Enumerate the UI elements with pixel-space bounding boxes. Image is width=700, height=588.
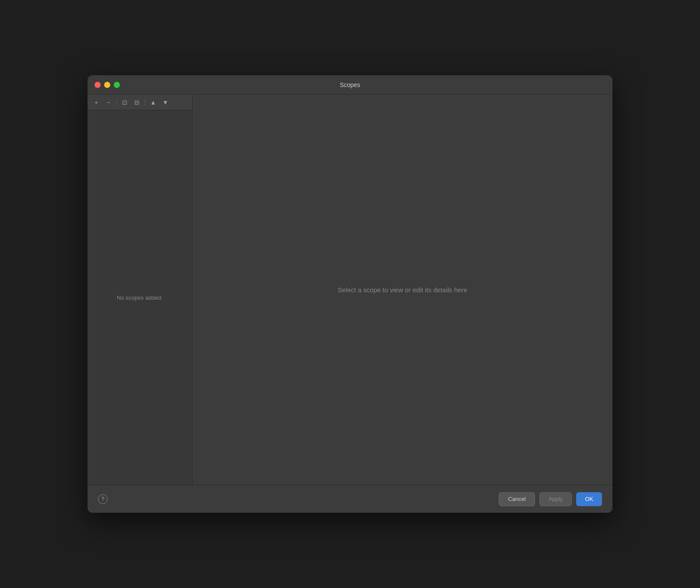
sidebar-content: No scopes added.	[88, 110, 192, 485]
footer-right: Cancel Apply OK	[499, 492, 602, 506]
help-button[interactable]: ?	[98, 494, 108, 504]
footer: ? Cancel Apply OK	[88, 485, 612, 513]
title-bar: Scopes	[88, 75, 612, 94]
cancel-button[interactable]: Cancel	[499, 492, 535, 506]
no-scopes-label: No scopes added.	[117, 294, 163, 301]
window-title: Scopes	[340, 81, 360, 88]
save-scope-button[interactable]: ⊟	[132, 97, 142, 108]
apply-button[interactable]: Apply	[539, 492, 572, 506]
maximize-button[interactable]	[114, 82, 120, 88]
main-panel: Select a scope to view or edit its detai…	[192, 94, 612, 485]
scope-placeholder-text: Select a scope to view or edit its detai…	[338, 286, 467, 294]
move-down-button[interactable]: ▼	[160, 97, 171, 108]
content-area: + − ⊡ ⊟ ▲ ▼ No scopes added. Select a sc…	[88, 94, 612, 485]
add-scope-button[interactable]: +	[91, 97, 102, 108]
remove-scope-button[interactable]: −	[103, 97, 114, 108]
ok-button[interactable]: OK	[576, 492, 602, 506]
toolbar-divider-2	[145, 99, 145, 106]
minimize-button[interactable]	[104, 82, 110, 88]
toolbar-divider	[116, 99, 117, 106]
move-up-button[interactable]: ▲	[148, 97, 158, 108]
sidebar: + − ⊡ ⊟ ▲ ▼ No scopes added.	[88, 94, 192, 485]
sidebar-toolbar: + − ⊡ ⊟ ▲ ▼	[88, 94, 192, 110]
window-controls	[94, 82, 120, 88]
close-button[interactable]	[94, 82, 101, 88]
copy-scope-button[interactable]: ⊡	[119, 97, 130, 108]
scopes-window: Scopes + − ⊡ ⊟ ▲ ▼ No scopes added. Sele…	[88, 75, 612, 513]
footer-left: ?	[98, 494, 108, 504]
